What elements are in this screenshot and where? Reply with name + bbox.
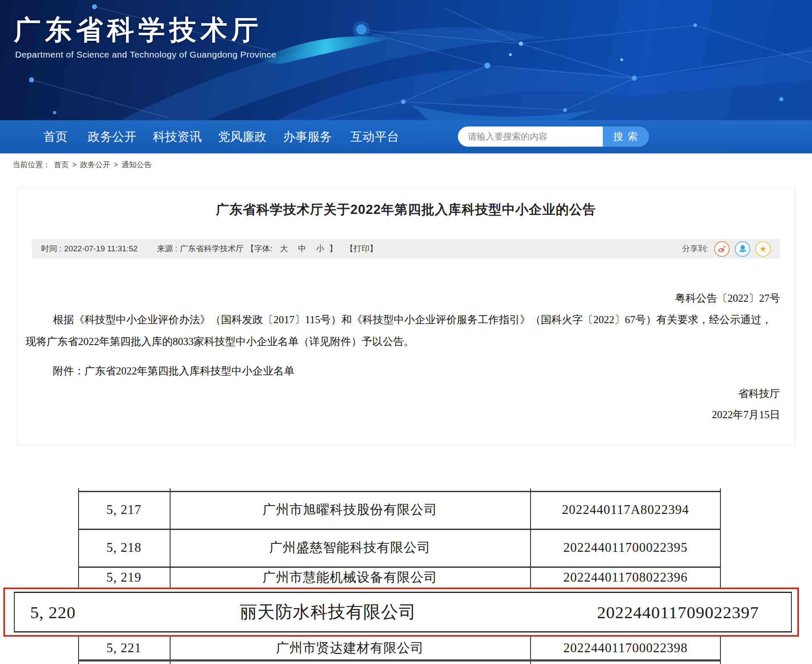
table-row: 5, 221 广州市贤达建材有限公司 202244011700022398 <box>78 636 721 660</box>
row-registration-code: 2022440117A8022394 <box>530 502 721 517</box>
meta-source-value: 广东省科学技术厅 <box>180 243 244 254</box>
nav-item-interaction[interactable]: 互动平台 <box>350 129 399 145</box>
article-meta-bar: 时间 : 2022-07-19 11:31:52 来源 : 广东省科学技术厅 【… <box>32 239 780 258</box>
row-company-name: 丽天防水科技有限公司 <box>91 601 565 624</box>
article-sign-date: 2022年7月15日 <box>712 408 780 422</box>
meta-time-value: 2022-07-19 11:31:52 <box>64 244 138 253</box>
table-row: 5, 217 广州市旭曜科技股份有限公司 2022440117A8022394 <box>78 491 721 529</box>
nav-item-party-conduct[interactable]: 党风廉政 <box>218 129 267 145</box>
highlighted-table-row: 5, 220 丽天防水科技有限公司 202244011709022397 <box>14 592 792 632</box>
row-index: 5, 221 <box>78 640 170 656</box>
row-registration-code: 202244011709022397 <box>565 602 791 622</box>
breadcrumb-notices[interactable]: 通知公告 <box>121 160 152 170</box>
nav-item-services[interactable]: 办事服务 <box>283 129 332 145</box>
qzone-share-icon[interactable]: ★ <box>755 241 771 257</box>
search-input[interactable] <box>458 126 603 147</box>
nav-item-home[interactable]: 首页 <box>43 129 68 145</box>
row-company-name: 广州市旭曜科技股份有限公司 <box>170 501 530 519</box>
font-size-medium-button[interactable]: 中 <box>298 243 306 254</box>
row-index: 5, 217 <box>78 502 170 517</box>
article-paragraph-line2: 现将广东省2022年第四批入库的8033家科技型中小企业名单（详见附件）予以公告… <box>26 335 780 348</box>
meta-font-label: 【字体: <box>246 243 272 254</box>
row-index: 5, 218 <box>78 540 170 555</box>
site-subtitle-en: Department of Science and Technology of … <box>15 50 276 60</box>
row-company-name: 广州市贤达建材有限公司 <box>170 639 530 657</box>
article-title: 广东省科学技术厅关于2022年第四批入库科技型中小企业的公告 <box>17 201 795 219</box>
row-registration-code: 202244011700022395 <box>530 540 721 555</box>
search-button[interactable]: 搜 索 <box>603 126 649 147</box>
weibo-share-icon[interactable] <box>714 241 730 257</box>
row-company-name: 广州市慧能机械设备有限公司 <box>170 569 530 586</box>
share-zone: 分享到: ★ <box>682 241 771 257</box>
highlighted-row-callout: 5, 220 丽天防水科技有限公司 202244011709022397 <box>3 588 799 637</box>
row-index: 5, 220 <box>15 602 91 622</box>
article-container: 广东省科学技术厅关于2022年第四批入库科技型中小企业的公告 时间 : 2022… <box>17 188 795 445</box>
font-size-small-button[interactable]: 小 <box>316 243 324 254</box>
table-row: 5, 219 广州市慧能机械设备有限公司 202244011708022396 <box>78 567 721 588</box>
attachment-link[interactable]: 广东省2022年第四批入库科技型中小企业名单 <box>84 365 294 377</box>
article-paragraph-line1: 根据《科技型中小企业评价办法》（国科发政〔2017〕115号）和《科技型中小企业… <box>32 313 780 327</box>
meta-source-label: 来源 : <box>157 243 178 254</box>
meta-time-label: 时间 : <box>41 243 62 254</box>
breadcrumb-separator: > <box>72 161 77 169</box>
breadcrumb-label: 当前位置： <box>13 160 50 170</box>
article-signer: 省科技厅 <box>738 387 780 401</box>
attachment-label: 附件： <box>53 365 84 377</box>
font-size-large-button[interactable]: 大 <box>280 243 288 254</box>
row-index: 5, 219 <box>78 570 170 585</box>
breadcrumb: 当前位置： 首页 > 政务公开 > 通知公告 <box>13 160 152 170</box>
document-number: 粤科公告〔2022〕27号 <box>675 291 780 305</box>
share-label: 分享到: <box>682 243 708 254</box>
row-registration-code: 202244011700022398 <box>530 640 721 656</box>
breadcrumb-home[interactable]: 首页 <box>54 160 69 170</box>
table-row: 5, 218 广州盛慈智能科技有限公司 202244011700022395 <box>78 529 721 567</box>
meta-font-close: 】 <box>329 243 337 254</box>
main-nav: 首页 政务公开 科技资讯 党风廉政 办事服务 互动平台 搜 索 <box>0 120 812 153</box>
site-title: 广东省科学技术厅 <box>14 12 263 48</box>
page: 广东省科学技术厅 Department of Science and Techn… <box>0 0 812 664</box>
nav-item-tech-news[interactable]: 科技资讯 <box>153 129 202 145</box>
row-registration-code: 202244011708022396 <box>530 570 721 585</box>
qq-share-icon[interactable] <box>735 241 750 257</box>
breadcrumb-gov-affairs[interactable]: 政务公开 <box>80 160 110 170</box>
attachment-line: 附件：广东省2022年第四批入库科技型中小企业名单 <box>32 364 294 378</box>
breadcrumb-separator: > <box>114 161 118 169</box>
nav-item-gov-affairs[interactable]: 政务公开 <box>88 129 137 145</box>
row-company-name: 广州盛慈智能科技有限公司 <box>170 539 530 556</box>
print-button[interactable]: 【打印】 <box>345 243 377 254</box>
company-list-table: 5, 217 广州市旭曜科技股份有限公司 2022440117A8022394 … <box>78 488 721 664</box>
